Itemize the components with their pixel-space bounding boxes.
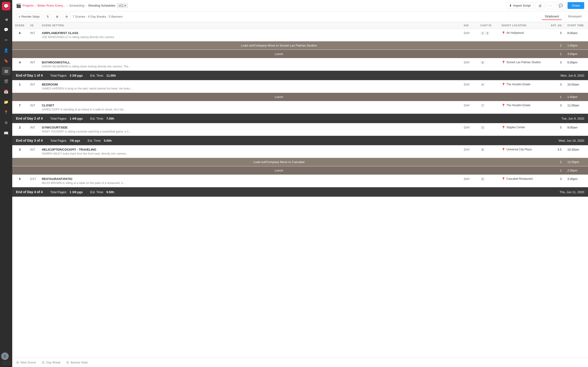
settings-button[interactable]: ⚙ xyxy=(63,14,70,20)
end-of-day-row: End of Day 1 of 4 Total Pages: 3 3/8 pgs… xyxy=(12,71,588,80)
banner-note-button[interactable]: ⊕ Banner Note xyxy=(66,360,88,365)
print-button[interactable]: 🖨 xyxy=(536,2,544,9)
scene-setting-title: BATHROOM/STALL xyxy=(42,61,458,64)
location-cell: 📍 The Houdini Estate xyxy=(499,80,546,93)
sidebar-item-scenes[interactable]: 🎬 xyxy=(2,77,10,85)
location-pin-icon: 📍 xyxy=(502,148,505,151)
day-break-button[interactable]: ⊕ Day Break xyxy=(42,360,61,365)
eod-label: End of Day 4 of 4 xyxy=(16,190,43,194)
scene-description: SAMIRA WILEY looks back from the front s… xyxy=(42,152,458,155)
ie-label: INT xyxy=(27,101,39,114)
start-time: 10:00am xyxy=(564,80,588,93)
more-icon: ··· xyxy=(549,4,552,8)
table-row[interactable]: 7 INT CLOSET JARED GOFF is standing at a… xyxy=(12,101,588,114)
col-scene-setting: SCENE SETTING xyxy=(39,22,461,29)
eod-label: End of Day 1 of 4 xyxy=(16,74,43,77)
sidebar-item-book[interactable]: 📖 xyxy=(2,129,10,137)
cast-badge: 3 xyxy=(481,126,485,129)
tab-stripboard[interactable]: Stripboard xyxy=(542,13,562,20)
cast-id-cell: 3 xyxy=(477,123,499,136)
table-row[interactable]: 6 INT AIRPLANE/FIRST CLASS JOE MANGANIEL… xyxy=(12,29,588,41)
scene-setting-title: HELICOPTER/COCKPIT - TRAVELING xyxy=(42,148,458,151)
location-name: The Houdini Estate xyxy=(506,83,530,86)
scene-number: 1 xyxy=(12,80,27,93)
sidebar-item-calendar[interactable]: 📅 xyxy=(2,87,10,96)
location-name: Cascabel Restaurant xyxy=(506,177,533,180)
banner-text: Lunch xyxy=(12,93,546,101)
location-name: Universal City Plaza xyxy=(506,148,532,151)
made-by-label: Made ByLeanometry xyxy=(1,361,11,365)
stats-text: 7 Scenes · 4 Day Breaks · 5 Banners xyxy=(72,15,122,18)
eod-est-time-label: Est. Time: 7.00h xyxy=(90,117,114,120)
app-logo[interactable]: 💬 xyxy=(2,2,10,10)
table-header-row: SCENE I/E SCENE SETTING D/N CAST ID SHOO… xyxy=(12,22,588,29)
cast-id-cell: 7 xyxy=(477,101,499,114)
table-row[interactable]: 4 INT BATHROOM/STALL SARAH SILVERMAN is … xyxy=(12,58,588,71)
gear-icon: ⚙ xyxy=(65,15,68,18)
eod-est-time-label: Est. Time: 9.50h xyxy=(90,190,114,194)
location-cell: 📍 Sunset Las Palmas Studios xyxy=(499,58,546,71)
sidebar-item-back[interactable]: ◀ xyxy=(2,15,10,24)
sidebar-item-people[interactable]: 👤 xyxy=(2,46,10,55)
scene-setting-cell: CLOSET JARED GOFF is standing at an isla… xyxy=(39,101,461,114)
import-script-button[interactable]: ⬇ Import Script xyxy=(506,2,534,9)
location-cell: 📍 The Houdini Estate xyxy=(499,101,546,114)
version-badge[interactable]: v11 ▾ xyxy=(117,3,128,8)
scene-number: 5 xyxy=(12,175,27,187)
end-of-day-row: End of Day 4 of 4 Total Pages: 1 3/8 pgs… xyxy=(12,187,588,197)
reorder-icon: ≡ xyxy=(18,15,20,18)
banner-row: Lunch 1 2:30pm xyxy=(12,166,588,175)
est-hours: 3.5 xyxy=(546,145,564,158)
scene-setting-cell: BEDROOM JAMES HARDEN is lying on the bed… xyxy=(39,80,461,93)
banner-est-h: 2 xyxy=(546,158,564,166)
table-row[interactable]: 1 INT BEDROOM JAMES HARDEN is lying on t… xyxy=(12,80,588,93)
reorder-strips-button[interactable]: ≡ Reorder Strips xyxy=(16,14,42,20)
ie-label: INT xyxy=(27,145,39,158)
scene-number: 6 xyxy=(12,29,27,41)
scene-setting-title: CLOSET xyxy=(42,104,458,107)
scene-description: RAMY YOUSSEF is sitting courtside watchi… xyxy=(42,130,458,133)
breadcrumb-projects[interactable]: Projects xyxy=(23,4,34,7)
eod-date: Wed, Jun 10, 2020 xyxy=(559,139,584,142)
sidebar-item-pencil[interactable]: ✏ xyxy=(2,36,10,44)
cast-badge: 7 xyxy=(481,104,485,107)
eod-total-pages-label: Total Pages: 7/8 pgs xyxy=(50,139,80,142)
sidebar-item-pin[interactable]: 📍 xyxy=(2,108,10,117)
banner-est-h: 2 xyxy=(546,41,564,50)
sidebar-item-strips[interactable]: ▤ xyxy=(2,67,10,75)
day-break-plus-icon: ⊕ xyxy=(42,360,45,365)
new-scene-button[interactable]: ⊕ New Scene xyxy=(16,360,36,365)
cast-badge: 5 xyxy=(481,177,485,181)
eod-label: End of Day 2 of 4 xyxy=(16,117,43,120)
avatar[interactable]: 👤 xyxy=(1,352,9,360)
col-shoot-location: SHOOT LOCATION xyxy=(499,22,546,29)
scene-setting-title: GYM/COURTSIDE xyxy=(42,126,458,129)
breadcrumb-project[interactable]: Better Ruins Every... xyxy=(37,4,65,7)
layout-button[interactable]: ⊞ xyxy=(53,14,61,20)
more-button[interactable]: ··· xyxy=(546,2,554,9)
comment-button[interactable]: 💬 xyxy=(556,2,566,9)
col-est-h: EST. (H) xyxy=(546,22,564,29)
sidebar-item-sliders[interactable]: ⚙ xyxy=(2,118,10,127)
banner-row: Lunch 1 1:00pm xyxy=(12,93,588,101)
banner-est-h: 1 xyxy=(546,93,564,101)
location-name: The Houdini Estate xyxy=(506,104,530,107)
ie-label: INT xyxy=(27,80,39,93)
table-row[interactable]: 5 EXT RESTAURANT/PATIO MILES BROWN is si… xyxy=(12,175,588,187)
start-time: 11:00am xyxy=(564,101,588,114)
sidebar-item-bookmark[interactable]: 🔖 xyxy=(2,56,10,65)
table-row[interactable]: 2 INT GYM/COURTSIDE RAMY YOUSSEF is sitt… xyxy=(12,123,588,136)
scene-setting-cell: GYM/COURTSIDE RAMY YOUSSEF is sitting co… xyxy=(39,123,461,136)
breadcrumb-scheduling: Scheduling xyxy=(69,4,84,7)
est-hours: 3 xyxy=(546,58,564,71)
tab-boneyard[interactable]: Boneyard xyxy=(565,13,584,20)
sort-button[interactable]: ⇅ xyxy=(44,14,52,20)
location-cell: 📍 Air Hollywood xyxy=(499,29,546,41)
table-row[interactable]: 3 INT HELICOPTER/COCKPIT - TRAVELING SAM… xyxy=(12,145,588,158)
dn-label: DAY xyxy=(461,123,477,136)
share-button[interactable]: Share xyxy=(568,2,584,9)
sidebar-item-folder[interactable]: 📁 xyxy=(2,98,10,106)
sidebar-item-bubble[interactable]: 💬 xyxy=(2,25,10,34)
new-scene-plus-icon: ⊕ xyxy=(16,360,19,365)
eod-total-pages-label: Total Pages: 1 4/8 pgs xyxy=(50,117,83,120)
